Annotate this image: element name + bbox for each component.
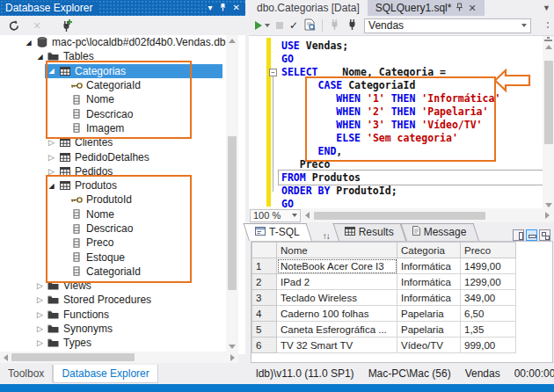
scroll-up-arrow[interactable] [229, 39, 236, 43]
close-icon[interactable]: ✕ [468, 3, 476, 14]
tree-item-categorias[interactable]: ◢Categorias [0, 64, 245, 78]
grid-cell[interactable]: Papelaria [397, 306, 461, 322]
column-header-preco[interactable]: Preco [461, 243, 516, 258]
delete-connection-icon[interactable]: ✕ [30, 18, 44, 33]
tree-item-stored-procedures[interactable]: ▷Stored Procedures [0, 293, 245, 307]
tree-horizontal-scrollbar[interactable] [0, 352, 238, 363]
tree-item-imagem[interactable]: Imagem [0, 121, 245, 135]
tab-overflow-icon[interactable]: ▼ [543, 4, 554, 12]
panel-title-bar[interactable]: Database Explorer ▾ ✕ [0, 0, 245, 16]
grid-cell[interactable]: 1,35 [461, 322, 516, 338]
twisty-expanded-icon[interactable]: ◢ [46, 67, 57, 75]
change-connection-icon[interactable] [346, 18, 358, 33]
row-number[interactable]: 1 [252, 258, 277, 274]
tree-item-produtoid[interactable]: ProdutoId [0, 192, 245, 207]
grid-cell[interactable]: 1499,00 [461, 258, 516, 274]
tree-item-produtos[interactable]: ◢Produtos [0, 178, 245, 192]
tree-item-tables[interactable]: ◢Tables [0, 49, 245, 63]
tree-item-descricao[interactable]: Descricao [0, 221, 245, 236]
tab-dbo-categorias-data[interactable]: dbo.Categorias [Data] [249, 0, 368, 16]
editor-zoom-dropdown[interactable]: 100 % [250, 209, 301, 222]
tree-item-nome[interactable]: Nome [0, 207, 245, 221]
splitter-grip[interactable] [547, 37, 550, 39]
grid-cell[interactable]: TV 32 Smart TV [277, 338, 397, 353]
code-line[interactable]: END, [281, 145, 500, 158]
twisty-expanded-icon[interactable]: ◢ [34, 53, 46, 61]
object-tree[interactable]: ◢mac-pc\localdb#d02fd4b0.Vendas.dbo◢Tabl… [0, 35, 245, 354]
code-line[interactable]: WHEN '1' THEN 'Informática' [281, 92, 500, 105]
code-line[interactable]: ORDER BY ProdutoId; [281, 185, 500, 198]
chevron-down-icon[interactable]: ▾ [208, 4, 213, 12]
tree-item-categoriaid[interactable]: CategoriaId [0, 265, 245, 279]
grid-cell[interactable]: 999,00 [461, 338, 516, 353]
code-line[interactable]: ELSE 'Sem categoria' [281, 132, 500, 145]
scroll-down-arrow[interactable] [229, 345, 236, 349]
grid-cell[interactable]: Caneta Esferográfica ... [277, 322, 397, 338]
scroll-left-arrow[interactable] [305, 212, 310, 219]
column-header-categoria[interactable]: Categoria [397, 243, 461, 258]
tree-item-estoque[interactable]: Estoque [0, 250, 245, 264]
tab-results[interactable]: Results [339, 223, 406, 241]
row-number[interactable]: 3 [252, 290, 277, 306]
tree-item-preco[interactable]: Preco [0, 236, 245, 250]
editor-horizontal-scrollbar[interactable] [301, 208, 554, 222]
twisty-collapsed-icon[interactable]: ▷ [34, 338, 46, 347]
tree-item-views[interactable]: ▷Views [0, 279, 245, 293]
sql-editor[interactable]: − USE Vendas;GOSELECT Nome, Categoria = … [249, 35, 554, 208]
tree-item-clientes[interactable]: ▷Clientes [0, 135, 245, 149]
scroll-right-arrow[interactable] [230, 354, 235, 361]
tree-item-pedidos[interactable]: ▷Pedidos [0, 164, 245, 178]
stop-button[interactable] [276, 22, 283, 29]
twisty-collapsed-icon[interactable]: ▷ [34, 295, 46, 304]
scrollbar-thumb[interactable] [11, 353, 135, 361]
row-number[interactable]: 4 [252, 306, 277, 322]
tree-item-descricao[interactable]: Descricao [0, 106, 245, 120]
tree-item-types[interactable]: ▷Types [0, 336, 245, 350]
tab-message[interactable]: Message [406, 223, 479, 241]
twisty-collapsed-icon[interactable]: ▷ [46, 138, 57, 147]
code-line[interactable]: SELECT Nome, Categoria = [281, 66, 500, 79]
pin-icon[interactable] [456, 2, 463, 14]
tree-item-synonyms[interactable]: ▷Synonyms [0, 322, 245, 336]
tree-item-categoriaid[interactable]: CategoriaId [0, 78, 245, 92]
scroll-up-arrow[interactable] [545, 45, 552, 49]
grid-cell[interactable]: Informática [397, 290, 461, 306]
toolbar-overflow-icon[interactable] [546, 21, 551, 30]
row-number[interactable]: 6 [252, 338, 277, 353]
twisty-collapsed-icon[interactable]: ▷ [46, 153, 57, 162]
grid-cell[interactable]: NoteBook Acer Core I3 [277, 258, 397, 274]
database-selector-dropdown[interactable]: Vendas [364, 18, 531, 33]
scroll-left-arrow[interactable] [4, 354, 8, 361]
code-line[interactable]: WHEN '3' THEN 'Vídeo/TV' [281, 119, 500, 132]
pin-icon[interactable] [219, 3, 227, 13]
twisty-collapsed-icon[interactable]: ▷ [34, 324, 46, 333]
scrollbar-thumb[interactable] [314, 212, 485, 220]
grid-cell[interactable]: Teclado Wireless [277, 290, 397, 306]
row-number[interactable]: 5 [252, 322, 277, 338]
mixed-split-button[interactable] [539, 229, 550, 241]
code-fold-collapse-icon[interactable]: − [269, 69, 277, 76]
twisty-collapsed-icon[interactable]: ▷ [34, 310, 46, 319]
parse-check-icon[interactable]: ✓ [289, 19, 298, 32]
editor-vertical-scrollbar[interactable] [543, 36, 554, 209]
execution-plan-icon[interactable] [304, 18, 316, 33]
horizontal-split-button[interactable] [526, 229, 537, 241]
scroll-right-arrow[interactable] [545, 212, 550, 219]
scroll-down-arrow[interactable] [545, 203, 552, 207]
grid-cell[interactable]: Informática [397, 258, 461, 274]
twisty-collapsed-icon[interactable]: ▷ [34, 281, 46, 290]
tab-toolbox[interactable]: Toolbox [0, 365, 53, 382]
tree-item-functions[interactable]: ▷Functions [0, 308, 245, 322]
code-line[interactable]: USE Vendas; [281, 40, 500, 53]
grid-cell[interactable]: Papelaria [397, 322, 461, 338]
twisty-expanded-icon[interactable]: ◢ [23, 39, 34, 47]
tree-item-pedidodetalhes[interactable]: ▷PedidoDetalhes [0, 149, 245, 163]
tree-vertical-scrollbar[interactable] [226, 35, 238, 352]
grid-cell[interactable]: Vídeo/TV [397, 338, 461, 353]
row-number[interactable]: 2 [252, 274, 277, 290]
refresh-icon[interactable] [7, 18, 21, 33]
disconnect-icon[interactable] [329, 18, 340, 33]
column-header-nome[interactable]: Nome [277, 243, 397, 258]
tab-sqlquery1[interactable]: SQLQuery1.sql* ✕ [368, 0, 485, 16]
row-header-corner[interactable] [252, 243, 277, 258]
